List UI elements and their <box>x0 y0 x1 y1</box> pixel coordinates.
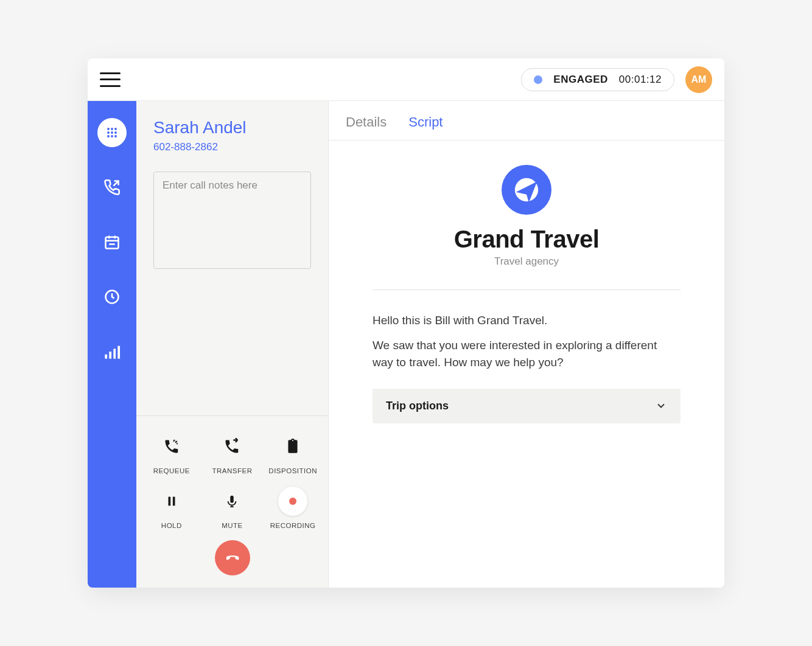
requeue-icon <box>157 432 186 461</box>
disposition-label: DISPOSITION <box>268 467 317 474</box>
org-subtitle: Travel agency <box>494 255 559 268</box>
avatar-initials: AM <box>691 74 707 85</box>
org-name: Grand Travel <box>454 226 600 253</box>
dialpad-icon <box>105 125 119 140</box>
svg-rect-16 <box>173 497 175 506</box>
svg-rect-15 <box>168 497 170 506</box>
main-panel: Details Script Grand Travel Travel agenc… <box>329 101 724 588</box>
status-dot-icon <box>534 75 542 84</box>
svg-rect-9 <box>106 237 119 249</box>
app-shell: ENGAGED 00:01:12 AM <box>88 58 724 588</box>
tab-details[interactable]: Details <box>346 114 387 130</box>
transfer-button[interactable]: TRANSFER <box>202 432 263 474</box>
avatar[interactable]: AM <box>685 66 712 93</box>
disposition-button[interactable]: DISPOSITION <box>262 432 323 474</box>
tab-script[interactable]: Script <box>408 114 443 130</box>
recording-button[interactable]: RECORDING <box>262 487 323 529</box>
requeue-button[interactable]: REQUEUE <box>141 432 202 474</box>
chevron-down-icon <box>655 400 667 412</box>
nav-reports[interactable] <box>97 337 127 366</box>
nav-schedule[interactable] <box>97 227 127 257</box>
tabs: Details Script <box>329 101 724 141</box>
call-panel: Sarah Andel 602-888-2862 REQUEUE <box>136 101 329 588</box>
trip-options-accordion[interactable]: Trip options <box>373 389 681 423</box>
script-body: Grand Travel Travel agency Hello this is… <box>329 141 724 588</box>
org-header: Grand Travel Travel agency <box>346 165 707 268</box>
hangup-icon <box>223 549 242 567</box>
pause-icon <box>157 487 186 516</box>
call-timer: 00:01:12 <box>619 74 662 86</box>
org-logo <box>502 165 551 215</box>
svg-point-0 <box>107 128 110 130</box>
svg-rect-13 <box>113 349 116 358</box>
accordion-title: Trip options <box>386 400 449 412</box>
script-text: Hello this is Bill with Grand Travel. We… <box>346 312 707 372</box>
svg-rect-14 <box>117 346 120 359</box>
script-line-2: We saw that you were interested in explo… <box>373 337 681 372</box>
script-line-1: Hello this is Bill with Grand Travel. <box>373 312 681 330</box>
hangup-button[interactable] <box>215 540 250 575</box>
top-bar-right: ENGAGED 00:01:12 AM <box>521 66 712 93</box>
caller-info: Sarah Andel 602-888-2862 <box>136 101 328 161</box>
record-icon <box>278 487 307 516</box>
recording-label: RECORDING <box>270 522 316 529</box>
svg-point-1 <box>111 128 113 130</box>
notes-wrap <box>136 161 328 282</box>
svg-point-4 <box>111 131 113 134</box>
phone-outgoing-icon <box>103 179 121 196</box>
transfer-icon <box>217 432 247 461</box>
svg-point-5 <box>114 131 117 134</box>
svg-point-3 <box>107 131 110 134</box>
svg-rect-11 <box>105 355 107 359</box>
clipboard-icon <box>278 432 307 461</box>
status-label: ENGAGED <box>553 74 607 86</box>
call-notes-input[interactable] <box>153 172 311 269</box>
status-pill[interactable]: ENGAGED 00:01:12 <box>521 68 674 91</box>
clock-icon <box>103 288 121 305</box>
call-controls: REQUEUE TRANSFER DISPOSITION <box>136 415 328 588</box>
hold-button[interactable]: HOLD <box>141 487 202 529</box>
nav-rail <box>88 101 136 588</box>
svg-point-2 <box>114 128 117 130</box>
mute-label: MUTE <box>222 522 243 529</box>
caller-phone: 602-888-2862 <box>153 141 311 153</box>
svg-point-6 <box>107 135 110 137</box>
svg-point-7 <box>111 135 113 137</box>
caller-name: Sarah Andel <box>153 118 311 137</box>
body-area: Sarah Andel 602-888-2862 REQUEUE <box>88 101 724 588</box>
nav-history[interactable] <box>97 282 127 311</box>
divider <box>373 290 681 290</box>
hold-label: HOLD <box>161 522 182 529</box>
nav-calls[interactable] <box>97 173 127 202</box>
calendar-icon <box>103 234 121 251</box>
nav-dialpad[interactable] <box>97 118 127 147</box>
svg-point-8 <box>114 135 117 137</box>
menu-icon[interactable] <box>100 72 121 87</box>
microphone-icon <box>217 487 247 516</box>
signal-bars-icon <box>103 343 121 360</box>
mute-button[interactable]: MUTE <box>202 487 263 529</box>
svg-rect-12 <box>109 352 111 359</box>
top-bar: ENGAGED 00:01:12 AM <box>88 58 724 101</box>
transfer-label: TRANSFER <box>212 467 253 474</box>
airplane-icon <box>513 176 541 204</box>
requeue-label: REQUEUE <box>153 467 190 474</box>
